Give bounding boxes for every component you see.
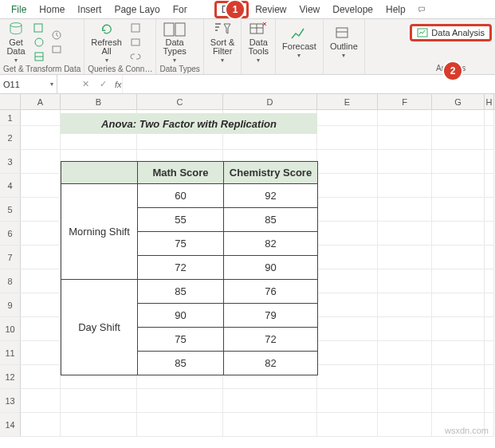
queries-button[interactable] (128, 22, 143, 34)
refresh-all-button[interactable]: Refresh All ▾ (88, 21, 125, 64)
from-web-button[interactable] (32, 36, 46, 49)
sort-filter-button[interactable]: Sort & Filter ▾ (207, 21, 238, 64)
svg-point-2 (35, 38, 43, 46)
callout-2: 2 (444, 62, 462, 80)
svg-rect-10 (175, 23, 185, 36)
table-cell[interactable]: 72 (224, 328, 318, 352)
row-header[interactable]: 5 (0, 198, 21, 222)
recent-icon (51, 29, 62, 41)
col-header-c[interactable]: C (137, 94, 223, 109)
group-label-queries: Queries & Conn… (88, 64, 152, 75)
links-icon (130, 51, 141, 62)
col-header-h[interactable]: H (485, 94, 494, 109)
select-all-corner[interactable] (0, 94, 21, 109)
table-cell[interactable]: 79 (224, 304, 318, 328)
table-header-math: Math Score (138, 162, 224, 184)
row-header[interactable]: 4 (0, 174, 21, 198)
formula-input[interactable] (122, 75, 495, 93)
forecast-button[interactable]: Forecast ▾ (279, 21, 320, 64)
table-cell[interactable]: 92 (224, 184, 318, 208)
data-analysis-button[interactable]: Data Analysis (410, 24, 492, 41)
table-cell[interactable]: 55 (138, 208, 224, 232)
get-data-button[interactable]: Get Data ▾ (3, 21, 29, 64)
row-header[interactable]: 11 (0, 341, 21, 365)
title-banner: Anova: Two Factor with Replication (61, 113, 317, 134)
connections-icon (51, 44, 62, 55)
row-header[interactable]: 3 (0, 150, 21, 174)
edit-links-button[interactable] (128, 50, 143, 63)
table-cell[interactable]: 72 (138, 256, 224, 280)
group-label-data-types: Data Types (159, 64, 199, 75)
get-data-icon (6, 21, 26, 37)
col-header-a[interactable]: A (21, 94, 61, 109)
queries-icon (130, 22, 141, 33)
tab-insert[interactable]: Insert (71, 0, 108, 18)
recent-sources-button[interactable] (49, 29, 64, 41)
from-text-button[interactable] (32, 22, 46, 34)
svg-rect-16 (336, 28, 348, 37)
fx-label[interactable]: fx (112, 80, 122, 89)
col-header-f[interactable]: F (378, 94, 432, 109)
name-box[interactable]: O11 ▾ (0, 75, 57, 93)
tab-file[interactable]: File (5, 0, 33, 18)
chevron-down-icon: ▾ (342, 52, 345, 59)
table-cell[interactable]: 76 (224, 280, 318, 304)
tab-developer[interactable]: Develope (326, 0, 379, 18)
tab-review[interactable]: Review (249, 0, 293, 18)
chevron-down-icon: ▾ (50, 81, 53, 88)
tab-formulas[interactable]: For (167, 0, 194, 18)
data-tools-icon (249, 22, 268, 37)
col-header-e[interactable]: E (317, 94, 378, 109)
group-label-outline (327, 64, 361, 75)
tab-help[interactable]: Help (379, 0, 412, 18)
callout-1: 1 (226, 1, 244, 18)
tab-view[interactable]: View (293, 0, 326, 18)
forecast-icon (289, 26, 308, 41)
row-header[interactable]: 9 (0, 293, 21, 317)
chevron-down-icon: ▾ (14, 57, 18, 64)
row-header[interactable]: 1 (0, 110, 21, 126)
data-analysis-icon (417, 28, 428, 37)
outline-button[interactable]: Outline ▾ (327, 21, 361, 64)
row-header[interactable]: 10 (0, 317, 21, 341)
outline-icon (334, 26, 353, 41)
properties-button[interactable] (128, 36, 143, 49)
data-tools-button[interactable]: Data Tools ▾ (245, 21, 272, 64)
svg-rect-8 (132, 39, 139, 45)
existing-connections-button[interactable] (49, 43, 64, 56)
table-cell[interactable]: 82 (224, 232, 318, 256)
col-header-d[interactable]: D (223, 94, 317, 109)
table-cell[interactable]: 85 (138, 280, 224, 304)
cancel-formula-button[interactable]: ✕ (77, 79, 94, 89)
comments-button[interactable] (412, 0, 431, 18)
table-cell[interactable]: 85 (138, 352, 224, 375)
table-cell[interactable]: 75 (138, 328, 224, 352)
data-types-button[interactable]: Data Types ▾ (159, 21, 189, 64)
col-header-b[interactable]: B (61, 94, 137, 109)
table-cell[interactable]: 75 (138, 232, 224, 256)
row-header[interactable]: 7 (0, 246, 21, 269)
table-cell[interactable]: 90 (138, 304, 224, 328)
svg-rect-9 (164, 23, 174, 36)
row-header[interactable]: 2 (0, 126, 21, 150)
svg-rect-18 (418, 29, 427, 37)
table-cell[interactable]: 90 (224, 256, 318, 280)
row-header[interactable]: 13 (0, 389, 21, 413)
group-label-sort (207, 64, 238, 75)
table-cell[interactable]: 60 (138, 184, 224, 208)
row-header[interactable]: 14 (0, 413, 21, 437)
col-header-g[interactable]: G (432, 94, 485, 109)
from-web-icon (33, 37, 45, 48)
row-header[interactable]: 8 (0, 269, 21, 293)
tab-page-layout[interactable]: Page Layo (108, 0, 166, 18)
tab-home[interactable]: Home (33, 0, 71, 18)
enter-formula-button[interactable]: ✓ (94, 79, 112, 89)
table-cell[interactable]: 85 (224, 208, 318, 232)
row-label-day: Day Shift (61, 280, 138, 375)
svg-point-0 (10, 23, 22, 27)
row-header[interactable]: 12 (0, 365, 21, 389)
from-table-button[interactable] (32, 50, 46, 63)
chevron-down-icon: ▾ (105, 57, 108, 64)
table-cell[interactable]: 82 (224, 352, 318, 375)
row-header[interactable]: 6 (0, 222, 21, 246)
